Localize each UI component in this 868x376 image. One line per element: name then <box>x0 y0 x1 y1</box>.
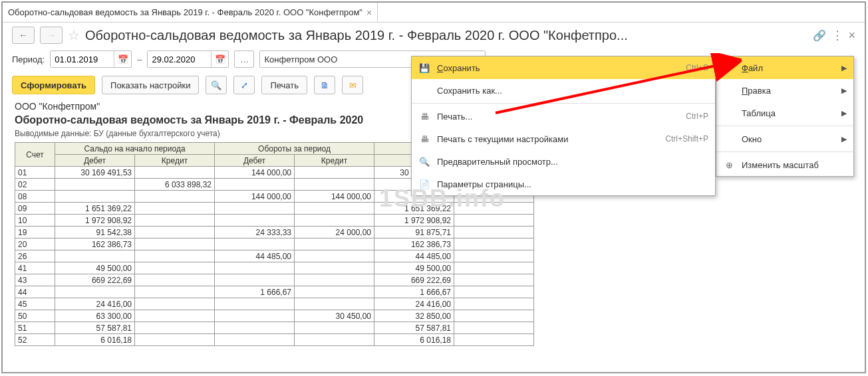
cell-turn-debit <box>215 203 295 215</box>
table-row[interactable]: 091 651 369,221 651 369,22 <box>15 203 534 215</box>
menu-zoom[interactable]: ⊕ Изменить масштаб <box>716 153 853 176</box>
cell-end-debit: 91 875,71 <box>374 227 454 238</box>
email-button[interactable]: ✉ <box>342 76 363 94</box>
page-title: Оборотно-сальдовая ведомость за Январь 2… <box>85 28 807 43</box>
cell-turn-debit: 44 485,00 <box>215 250 295 262</box>
cell-turn-debit <box>215 310 295 322</box>
nav-back-button[interactable]: ← <box>12 27 35 44</box>
cell-turn-credit <box>295 298 374 310</box>
table-row[interactable]: 101 972 908,921 972 908,92 <box>15 215 534 227</box>
generate-button[interactable]: Сформировать <box>12 76 95 94</box>
cell-end-debit: 1 651 369,22 <box>374 203 454 215</box>
print-direct-icon: 🖶 <box>418 134 430 144</box>
submenu-print-current[interactable]: 🖶 Печать с текущими настройками Ctrl+Shi… <box>412 128 715 150</box>
preview-button[interactable]: 🗎 <box>314 76 335 94</box>
tab-close-icon[interactable]: × <box>366 7 372 18</box>
search-button[interactable]: 🔍 <box>206 76 227 94</box>
cell-account: 20 <box>15 238 55 250</box>
print-current-shortcut: Ctrl+Shift+P <box>665 134 708 143</box>
email-icon: ✉ <box>349 80 357 90</box>
close-icon[interactable]: × <box>848 29 855 43</box>
menu-file[interactable]: ФФайлайл ▶ <box>716 56 853 79</box>
cell-account: 43 <box>15 274 55 286</box>
page-icon: 📄 <box>418 179 430 189</box>
show-settings-button[interactable]: Показать настройки <box>102 76 199 94</box>
table-row[interactable]: 441 666,671 666,67 <box>15 286 534 298</box>
cell-turn-debit <box>215 298 295 310</box>
save-shortcut: Ctrl+S <box>686 63 708 72</box>
period-from-field[interactable]: 📅 <box>50 50 132 68</box>
cell-turn-credit <box>295 334 374 346</box>
cell-start-debit: 162 386,73 <box>55 238 135 250</box>
tab-bar: Оборотно-сальдовая ведомость за Январь 2… <box>3 3 865 23</box>
title-row: ← → ☆ Оборотно-сальдовая ведомость за Ян… <box>3 23 865 48</box>
menu-window[interactable]: Окно ▶ <box>716 128 853 150</box>
cell-end-credit <box>454 227 534 238</box>
period-to-field[interactable]: 📅 <box>147 50 229 68</box>
cell-end-credit <box>454 215 534 227</box>
calendar-to-icon[interactable]: 📅 <box>211 51 228 67</box>
cell-account: 51 <box>15 322 55 334</box>
cell-start-credit <box>135 262 215 274</box>
table-row[interactable]: 526 016,186 016,18 <box>15 334 534 346</box>
expand-icon: ⤢ <box>241 80 248 90</box>
menu-separator <box>716 151 853 152</box>
calendar-from-icon[interactable]: 📅 <box>114 51 131 67</box>
cell-start-debit <box>55 286 135 298</box>
menu-table[interactable]: Таблица ▶ <box>716 102 853 124</box>
submenu-save[interactable]: 💾 Сохранить Ctrl+S <box>412 56 715 79</box>
cell-end-credit <box>454 310 534 322</box>
menu-edit[interactable]: Правка ▶ <box>716 79 853 102</box>
submenu-page-params[interactable]: 📄 Параметры страницы... <box>412 173 715 195</box>
cell-turn-credit <box>295 262 374 274</box>
cell-turn-credit: 30 450,00 <box>295 310 374 322</box>
col-turn-credit: Кредит <box>295 155 374 167</box>
cell-start-credit <box>135 298 215 310</box>
submenu-print[interactable]: 🖶 Печать... Ctrl+P <box>412 105 715 128</box>
submenu-save-as[interactable]: Сохранить как... <box>412 79 715 102</box>
cell-end-credit <box>454 250 534 262</box>
table-row[interactable]: 5063 300,0030 450,0032 850,00 <box>15 310 534 322</box>
cell-turn-credit <box>295 238 374 250</box>
cell-turn-credit <box>295 322 374 334</box>
cell-account: 10 <box>15 215 55 227</box>
table-row[interactable]: 1991 542,3824 333,3324 000,0091 875,71 <box>15 227 534 238</box>
document-tab[interactable]: Оборотно-сальдовая ведомость за Январь 2… <box>3 3 378 22</box>
favorite-star-icon[interactable]: ☆ <box>68 27 80 43</box>
link-icon[interactable]: 🔗 <box>813 29 826 42</box>
nav-forward-button[interactable]: → <box>40 27 63 44</box>
table-row[interactable]: 43669 222,69669 222,69 <box>15 274 534 286</box>
search-icon: 🔍 <box>211 80 221 90</box>
table-row[interactable]: 20162 386,73162 386,73 <box>15 238 534 250</box>
show-settings-label: Показать настройки <box>110 80 190 90</box>
cell-turn-debit <box>215 215 295 227</box>
submenu-preview[interactable]: 🔍 Предварительный просмотр... <box>412 150 715 173</box>
more-menu-icon[interactable]: ⋮ <box>831 28 843 43</box>
cell-account: 50 <box>15 310 55 322</box>
table-row[interactable]: 5157 587,8157 587,81 <box>15 322 534 334</box>
table-row[interactable]: 4149 500,0049 500,00 <box>15 262 534 274</box>
tab-title: Оборотно-сальдовая ведомость за Январь 2… <box>8 7 362 17</box>
submenu-page-params-label: Параметры страницы... <box>437 179 708 189</box>
cell-start-debit <box>55 250 135 262</box>
period-to-input[interactable] <box>148 51 211 67</box>
period-picker-button[interactable]: … <box>234 50 254 68</box>
period-from-input[interactable] <box>51 51 114 67</box>
cell-turn-debit <box>215 322 295 334</box>
cell-start-credit <box>135 215 215 227</box>
table-row[interactable]: 2644 485,0044 485,00 <box>15 250 534 262</box>
cell-start-credit <box>135 322 215 334</box>
menu-edit-label: Правка <box>742 86 835 96</box>
cell-account: 08 <box>15 191 55 203</box>
submenu-arrow-icon: ▶ <box>841 86 847 95</box>
expand-button[interactable]: ⤢ <box>233 76 255 94</box>
cell-start-credit <box>135 191 215 203</box>
cell-start-debit: 91 542,38 <box>55 227 135 238</box>
cell-turn-debit <box>215 179 295 191</box>
cell-start-credit <box>135 274 215 286</box>
cell-end-debit: 24 416,00 <box>374 298 454 310</box>
zoom-icon: ⊕ <box>723 160 735 170</box>
cell-turn-debit <box>215 262 295 274</box>
print-button[interactable]: Печать <box>261 76 307 94</box>
table-row[interactable]: 4524 416,0024 416,00 <box>15 298 534 310</box>
